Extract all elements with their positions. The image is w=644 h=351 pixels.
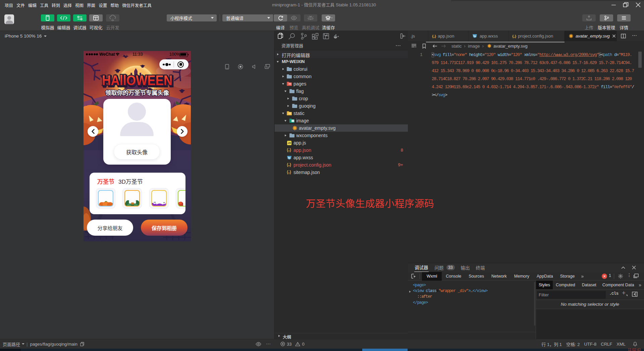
svg-text:HAllOWEEN: HAllOWEEN bbox=[102, 72, 172, 88]
svg-text:领取你的万圣节专属头像: 领取你的万圣节专属头像 bbox=[105, 90, 169, 96]
